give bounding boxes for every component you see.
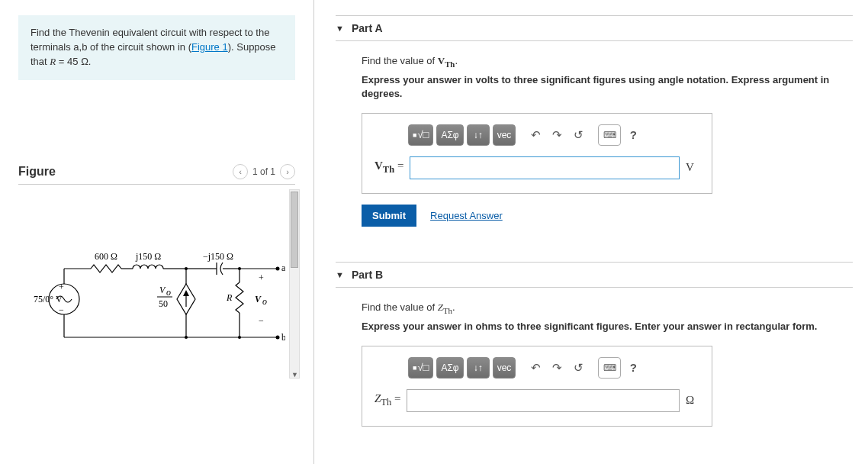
figure-pager-text: 1 of 1	[252, 166, 275, 177]
part-a-answer-label: VTh =	[375, 160, 403, 176]
greek-button[interactable]: ΑΣφ	[436, 124, 463, 146]
part-b-header[interactable]: ▼ Part B	[336, 262, 853, 288]
svg-text:−: −	[59, 304, 64, 315]
redo-button[interactable]: ↷	[548, 124, 566, 146]
label-a: a	[281, 263, 285, 273]
vec-button[interactable]: vec	[493, 124, 516, 146]
label-dep-den: 50	[159, 298, 168, 309]
svg-marker-15	[183, 290, 189, 296]
part-b-answer-box: ■√□ ΑΣφ ↓↑ vec ↶ ↷ ↺ ⌨ ? ZTh = Ω	[362, 346, 712, 427]
label-b: b	[281, 332, 285, 343]
part-a-toolbar: ■√□ ΑΣφ ↓↑ vec ↶ ↷ ↺ ⌨ ?	[375, 124, 699, 146]
label-R: R	[226, 292, 233, 303]
scrollbar-thumb[interactable]	[291, 192, 298, 268]
part-b-answer-input[interactable]	[407, 389, 680, 412]
part-a-submit-button[interactable]: Submit	[362, 205, 416, 227]
label-plus: +	[259, 272, 264, 283]
part-b-answer-label: ZTh =	[375, 392, 400, 408]
part-b-toolbar: ■√□ ΑΣφ ↓↑ vec ↶ ↷ ↺ ⌨ ?	[375, 357, 699, 379]
part-a-request-answer-link[interactable]: Request Answer	[430, 210, 503, 221]
caret-down-icon: ▼	[336, 24, 344, 33]
part-a-instruction: Express your answer in volts to three si…	[362, 73, 853, 101]
label-minus: −	[259, 315, 264, 326]
undo-button[interactable]: ↶	[526, 124, 545, 146]
part-b-body: Find the value of ZTh. Express your answ…	[336, 301, 853, 453]
redo-button[interactable]: ↷	[548, 357, 566, 379]
help-button[interactable]: ?	[624, 357, 642, 379]
svg-text:+: +	[59, 282, 64, 292]
svg-point-20	[185, 336, 188, 339]
part-a-find: Find the value of VTh.	[362, 55, 853, 69]
label-dep-num-sub: o	[166, 287, 171, 298]
label-vo-sub: o	[262, 296, 267, 307]
label-dep-num: V	[159, 285, 166, 295]
part-b-instruction: Express your answer in ohms to three sig…	[362, 320, 853, 334]
svg-point-18	[185, 267, 188, 270]
reset-button[interactable]: ↺	[569, 357, 587, 379]
left-pane: Find the Thevenin equivalent circuit wit…	[0, 0, 314, 464]
help-button[interactable]: ?	[624, 124, 642, 146]
figure-link[interactable]: Figure 1	[191, 41, 228, 53]
label-l1: j150 Ω	[135, 251, 161, 262]
part-a-body: Find the value of VTh. Express your answ…	[336, 55, 853, 262]
svg-point-22	[276, 266, 280, 270]
label-source: 75/0° V	[34, 294, 63, 304]
figure-pager: ‹ 1 of 1 ›	[233, 164, 295, 179]
label-r1: 600 Ω	[95, 251, 117, 262]
reset-button[interactable]: ↺	[569, 124, 587, 146]
problem-eq: = 45	[56, 56, 81, 67]
figure-body: ▲ ▼	[18, 185, 295, 383]
circuit-diagram: 75/0° V + − 600 Ω j150 Ω −j150 Ω V o 50 …	[34, 246, 285, 360]
problem-unit: Ω	[81, 56, 88, 67]
subscript-button[interactable]: ↓↑	[467, 357, 490, 379]
vec-button[interactable]: vec	[493, 357, 516, 379]
svg-point-19	[238, 267, 241, 270]
part-b-unit: Ω	[686, 394, 699, 407]
figure-section: Figure ‹ 1 of 1 › ▲ ▼	[18, 164, 295, 383]
part-b-find: Find the value of ZTh.	[362, 301, 853, 315]
subscript-button[interactable]: ↓↑	[467, 124, 490, 146]
figure-scrollbar[interactable]: ▲ ▼	[289, 189, 300, 379]
problem-period: .	[88, 56, 92, 67]
problem-statement: Find the Thevenin equivalent circuit wit…	[18, 15, 295, 80]
keyboard-button[interactable]: ⌨	[598, 124, 621, 146]
right-pane: ▼ Part A Find the value of VTh. Express …	[314, 0, 868, 464]
undo-button[interactable]: ↶	[526, 357, 545, 379]
figure-next-button[interactable]: ›	[280, 164, 295, 179]
part-a-unit: V	[686, 161, 699, 174]
keyboard-button[interactable]: ⌨	[598, 357, 621, 379]
caret-down-icon: ▼	[336, 270, 344, 279]
part-a-header[interactable]: ▼ Part A	[336, 15, 853, 41]
figure-header: Figure ‹ 1 of 1 ›	[18, 164, 295, 185]
templates-button[interactable]: ■√□	[408, 124, 433, 146]
templates-button[interactable]: ■√□	[408, 357, 433, 379]
label-vo: V	[255, 294, 262, 304]
svg-point-21	[238, 336, 241, 339]
part-a-answer-input[interactable]	[410, 156, 680, 179]
label-c1: −j150 Ω	[203, 251, 233, 262]
part-a-answer-box: ■√□ ΑΣφ ↓↑ vec ↶ ↷ ↺ ⌨ ? VTh = V	[362, 113, 712, 194]
part-a-title: Part A	[352, 22, 383, 34]
part-b-title: Part B	[352, 269, 383, 281]
figure-title: Figure	[18, 165, 56, 179]
greek-button[interactable]: ΑΣφ	[436, 357, 463, 379]
svg-point-23	[276, 335, 280, 339]
figure-prev-button[interactable]: ‹	[233, 164, 248, 179]
